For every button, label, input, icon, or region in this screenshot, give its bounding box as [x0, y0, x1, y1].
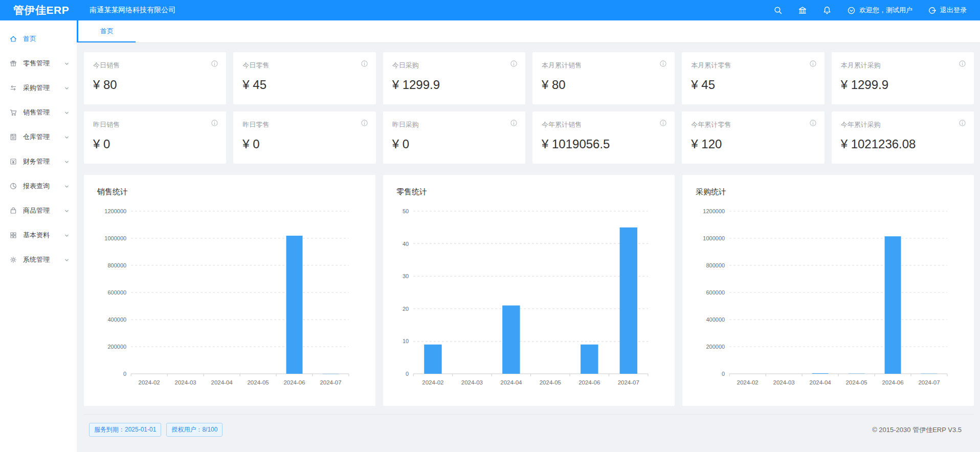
stat-card: 今年累计零售¥ 120	[682, 111, 824, 164]
chart-canvas-purchase: 0200000400000600000800000100000012000002…	[696, 198, 961, 396]
stat-card-value: ¥ 80	[93, 78, 217, 92]
info-icon[interactable]	[211, 60, 218, 67]
stat-card-value: ¥ 1021236.08	[841, 137, 965, 151]
charts-row: 销售统计020000040000060000080000010000001200…	[84, 175, 974, 406]
chart-title: 销售统计	[97, 187, 362, 197]
svg-text:800000: 800000	[706, 262, 725, 268]
svg-text:1000000: 1000000	[703, 235, 725, 241]
svg-text:0: 0	[123, 371, 126, 377]
tab-home[interactable]: 首页	[78, 20, 136, 42]
stat-card-value: ¥ 1299.9	[392, 78, 516, 92]
logout-text: 退出登录	[940, 6, 967, 15]
svg-text:2024-07: 2024-07	[918, 379, 940, 386]
svg-text:200000: 200000	[706, 344, 725, 350]
sidebar-item-finance[interactable]: 财务管理	[0, 149, 77, 174]
svg-text:10: 10	[403, 338, 409, 344]
svg-text:2024-07: 2024-07	[320, 379, 341, 386]
svg-text:800000: 800000	[107, 262, 126, 268]
sidebar-item-label: 零售管理	[23, 59, 50, 68]
info-icon[interactable]	[809, 119, 817, 127]
chart-canvas-sales: 0200000400000600000800000100000012000002…	[97, 198, 362, 396]
sidebar-item-label: 采购管理	[23, 83, 50, 93]
svg-text:40: 40	[403, 241, 409, 247]
info-icon[interactable]	[510, 60, 518, 67]
bank-home-icon[interactable]	[798, 6, 807, 15]
stat-card-label: 昨日零售	[242, 120, 366, 129]
app-header: 管伊佳ERP 南通某某网络科技有限公司 欢迎您，测试用户	[0, 0, 980, 20]
sidebar-item-system[interactable]: 系统管理	[0, 247, 77, 272]
sidebar-item-label: 销售管理	[23, 108, 50, 117]
sidebar-item-report[interactable]: 报表查询	[0, 174, 77, 198]
sidebar-item-label: 系统管理	[23, 255, 50, 264]
stat-card-label: 今日采购	[392, 61, 516, 70]
chart-card-purchase: 采购统计020000040000060000080000010000001200…	[682, 175, 974, 406]
stat-card: 今日采购¥ 1299.9	[383, 52, 525, 104]
home-icon	[9, 35, 17, 43]
info-icon[interactable]	[659, 60, 667, 67]
welcome-user[interactable]: 欢迎您，测试用户	[847, 6, 912, 15]
copyright: © 2015-2030 管伊佳ERP V3.5	[872, 425, 962, 435]
stat-card-value: ¥ 1299.9	[841, 78, 965, 92]
stat-cards-grid: 今日销售¥ 80今日零售¥ 45今日采购¥ 1299.9本月累计销售¥ 80本月…	[84, 52, 974, 164]
search-icon[interactable]	[773, 6, 783, 15]
info-icon[interactable]	[361, 60, 368, 67]
chevron-down-icon	[63, 257, 70, 263]
stat-card-label: 本月累计采购	[841, 61, 965, 70]
svg-text:200000: 200000	[107, 344, 126, 350]
sidebar-item-basic[interactable]: 基本资料	[0, 223, 77, 247]
svg-text:0: 0	[722, 371, 725, 377]
svg-text:2024-04: 2024-04	[500, 379, 522, 386]
chart-card-sales: 销售统计020000040000060000080000010000001200…	[84, 175, 375, 406]
stat-card-label: 昨日采购	[392, 120, 516, 129]
svg-text:2024-06: 2024-06	[578, 379, 600, 386]
svg-text:2024-03: 2024-03	[461, 379, 483, 386]
stat-card-value: ¥ 45	[691, 78, 815, 92]
info-icon[interactable]	[510, 119, 518, 127]
stat-card: 今年累计销售¥ 1019056.5	[532, 111, 675, 164]
sidebar-item-goods[interactable]: 商品管理	[0, 198, 77, 223]
svg-text:2024-04: 2024-04	[211, 379, 233, 386]
logout-button[interactable]: 退出登录	[928, 6, 967, 15]
sidebar: 首页零售管理采购管理销售管理仓库管理财务管理报表查询商品管理基本资料系统管理	[0, 20, 77, 452]
stat-card-value: ¥ 80	[542, 78, 665, 92]
sidebar-item-label: 商品管理	[23, 206, 50, 215]
sidebar-item-sales[interactable]: 销售管理	[0, 100, 77, 125]
app-logo[interactable]: 管伊佳ERP	[13, 3, 69, 17]
info-icon[interactable]	[659, 119, 667, 127]
footer-badge[interactable]: 服务到期：2025-01-01	[89, 423, 161, 437]
warehouse-icon	[9, 133, 17, 141]
sidebar-item-warehouse[interactable]: 仓库管理	[0, 125, 77, 149]
stat-card: 昨日零售¥ 0	[233, 111, 375, 164]
purchase-icon	[9, 84, 17, 92]
info-icon[interactable]	[959, 119, 966, 127]
stat-card-value: ¥ 0	[392, 137, 516, 151]
sidebar-item-retail[interactable]: 零售管理	[0, 51, 77, 76]
stat-card: 本月累计采购¥ 1299.9	[832, 52, 974, 104]
svg-text:2024-04: 2024-04	[810, 379, 832, 386]
svg-text:2024-02: 2024-02	[139, 379, 160, 386]
chart-card-retail: 零售统计010203040502024-022024-032024-042024…	[383, 175, 675, 406]
info-icon[interactable]	[361, 119, 368, 127]
sidebar-item-purchase[interactable]: 采购管理	[0, 76, 77, 100]
report-icon	[9, 182, 17, 190]
company-name: 南通某某网络科技有限公司	[90, 6, 175, 15]
info-icon[interactable]	[959, 60, 966, 67]
svg-text:1200000: 1200000	[104, 208, 126, 214]
chevron-down-icon	[63, 208, 70, 214]
stat-card-label: 今年累计销售	[542, 120, 665, 129]
svg-text:20: 20	[403, 306, 409, 312]
notification-bell-icon[interactable]	[822, 6, 832, 15]
stat-card: 本月累计销售¥ 80	[532, 52, 675, 104]
sidebar-item-home[interactable]: 首页	[0, 27, 77, 51]
info-icon[interactable]	[211, 119, 218, 127]
footer-badge[interactable]: 授权用户：8/100	[166, 423, 222, 437]
stat-card-label: 昨日销售	[93, 120, 217, 129]
sidebar-item-label: 首页	[23, 34, 36, 43]
svg-text:0: 0	[406, 371, 409, 377]
svg-text:400000: 400000	[107, 317, 126, 323]
info-icon[interactable]	[809, 60, 817, 67]
svg-text:600000: 600000	[706, 289, 725, 296]
svg-text:2024-05: 2024-05	[845, 379, 867, 386]
footer: 服务到期：2025-01-01授权用户：8/100 © 2015-2030 管伊…	[84, 414, 974, 437]
svg-text:2024-05: 2024-05	[247, 379, 269, 386]
